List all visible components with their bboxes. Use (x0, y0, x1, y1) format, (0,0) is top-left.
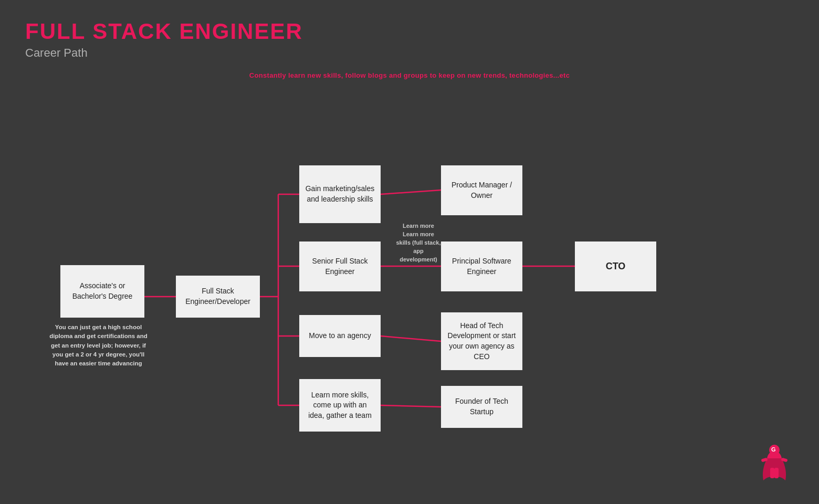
page-subtitle: Career Path (25, 46, 794, 60)
svg-line-10 (381, 405, 441, 407)
node-marketing: Gain marketing/sales and leadership skil… (299, 165, 381, 223)
skills-note-label-learn: Learn more (403, 223, 434, 229)
node-principal: Principal Software Engineer (441, 242, 522, 291)
node-pm: Product Manager / Owner (441, 165, 522, 215)
svg-rect-15 (774, 468, 779, 478)
svg-text:G: G (771, 446, 776, 453)
node-startup-learn: Learn more skills, come up with an idea,… (299, 379, 381, 432)
node-cto: CTO (575, 242, 656, 291)
career-diagram: Associate's or Bachelor's Degree Full St… (0, 76, 819, 486)
header: FULL STACK ENGINEER Career Path Constant… (0, 0, 819, 79)
node-headtech: Head of Tech Development or start your o… (441, 312, 522, 370)
svg-line-9 (381, 336, 441, 341)
skills-note: Learn more Learn more skills (full stack… (395, 222, 442, 264)
node-agency: Move to an agency (299, 315, 381, 357)
svg-line-7 (381, 190, 441, 194)
node-senior: Senior Full Stack Engineer (299, 242, 381, 291)
node-degree: Associate's or Bachelor's Degree (60, 265, 144, 318)
svg-rect-14 (770, 468, 774, 478)
hero-mascot: G (756, 444, 793, 488)
degree-note: You can just get a high school diploma a… (47, 323, 150, 368)
node-fullstack: Full Stack Engineer/Developer (176, 276, 260, 318)
node-founder: Founder of Tech Startup (441, 386, 522, 428)
page-title: FULL STACK ENGINEER (25, 19, 794, 44)
